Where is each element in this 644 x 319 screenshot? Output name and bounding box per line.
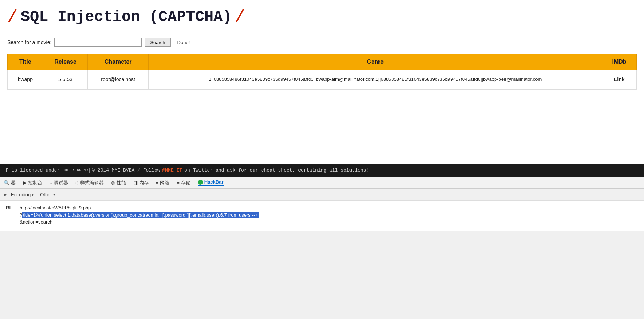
other-arrow-icon: ▾ — [53, 193, 55, 197]
network-icon: ≡ — [156, 180, 159, 185]
perf-label: 性能 — [117, 180, 126, 186]
devtool-memory[interactable]: ◨ 内存 — [133, 180, 149, 186]
page-title: / SQL Injection (CAPTCHA) / — [7, 7, 637, 27]
hackbar-label: HackBar — [204, 179, 224, 185]
style-icon: {} — [75, 180, 79, 185]
devtool-storage[interactable]: ≡ 存储 — [177, 180, 191, 186]
slash-right-icon: / — [235, 7, 246, 27]
title-text: SQL Injection (CAPTCHA) — [21, 8, 232, 26]
devtools-bar: 🔍 器 ▶ 控制台 ○ 调试器 {} 样式编辑器 ◎ 性能 ◨ 内存 ≡ 网络 … — [0, 177, 644, 189]
footer-copyright: © 2014 MME BVBA / Follow — [92, 168, 160, 173]
cell-character: root@localhost — [88, 70, 148, 90]
url-line3: &action=search — [20, 218, 259, 226]
devtool-debugger[interactable]: ○ 调试器 — [50, 180, 68, 186]
storage-label: 存储 — [181, 180, 191, 186]
col-genre: Genre — [148, 54, 602, 70]
done-text: Done! — [177, 40, 190, 45]
hackbar-toolbar: ▶ Encoding ▾ Other ▾ — [0, 189, 644, 201]
url-line2-highlight: title=1%'union select 1,database(),versi… — [22, 212, 258, 218]
footer-rest: on Twitter and ask for our cheat sheet, … — [184, 168, 369, 173]
perf-icon: ◎ — [111, 180, 115, 185]
twitter-link[interactable]: @MME_IT — [162, 168, 182, 173]
style-label: 样式编辑器 — [80, 180, 104, 186]
cell-imdb-link[interactable]: Link — [602, 70, 637, 90]
devtool-console[interactable]: ▶ 控制台 — [23, 180, 42, 186]
inspector-label: 器 — [11, 180, 16, 186]
search-row: Search for a movie: Search Done! — [7, 38, 637, 47]
search-button[interactable]: Search — [145, 38, 170, 47]
url-row-label: RL — [6, 204, 17, 210]
devtool-network[interactable]: ≡ 网络 — [156, 180, 170, 186]
col-title: Title — [8, 54, 43, 70]
cell-title: bwapp — [8, 70, 43, 90]
memory-icon: ◨ — [133, 180, 138, 185]
chevron-icon[interactable]: ▶ — [4, 192, 7, 197]
devtool-performance[interactable]: ◎ 性能 — [111, 180, 126, 186]
url-row: RL http://localhost/bWAPP/sqli_9.php ?ti… — [6, 204, 638, 226]
devtool-hackbar[interactable]: HackBar — [198, 179, 224, 186]
cc-badge: cc BY-NC-ND — [62, 168, 90, 173]
cell-release: 5.5.53 — [43, 70, 88, 90]
url-line1: http://localhost/bWAPP/sqli_9.php — [20, 204, 259, 212]
console-label: 控制台 — [28, 180, 42, 186]
hackbar-url-area: RL http://localhost/bWAPP/sqli_9.php ?ti… — [0, 201, 644, 231]
devtool-style-editor[interactable]: {} 样式编辑器 — [75, 180, 104, 186]
hackbar-panel: ▶ Encoding ▾ Other ▾ RL http://localhost… — [0, 189, 644, 231]
slash-left-icon: / — [7, 7, 18, 27]
table-row: bwapp 5.5.53 root@localhost 1||688585848… — [8, 70, 637, 90]
search-input[interactable] — [54, 38, 142, 47]
debugger-icon: ○ — [50, 180, 52, 185]
url-line2: ?title=1%'union select 1,database(),vers… — [20, 212, 259, 219]
footer-bar: P is licensed under cc BY-NC-ND © 2014 M… — [0, 164, 644, 177]
other-label: Other — [40, 192, 52, 197]
hackbar-dot-icon — [198, 180, 203, 185]
encoding-label: Encoding — [11, 192, 31, 197]
results-table: Title Release Character Genre IMDb bwapp… — [7, 54, 637, 90]
encoding-arrow-icon: ▾ — [32, 193, 34, 197]
search-label: Search for a movie: — [7, 39, 51, 45]
col-character: Character — [88, 54, 148, 70]
col-release: Release — [43, 54, 88, 70]
inspector-icon: 🔍 — [4, 180, 9, 185]
debugger-label: 调试器 — [54, 180, 68, 186]
console-icon: ▶ — [23, 180, 27, 185]
url-content: http://localhost/bWAPP/sqli_9.php ?title… — [20, 204, 259, 226]
encoding-dropdown[interactable]: Encoding ▾ — [9, 191, 36, 198]
storage-icon: ≡ — [177, 180, 180, 185]
devtool-inspector[interactable]: 🔍 器 — [4, 180, 16, 186]
table-header-row: Title Release Character Genre IMDb — [8, 54, 637, 70]
footer-prefix: P is licensed under — [6, 168, 60, 173]
memory-label: 内存 — [139, 180, 149, 186]
cell-genre: 1||6885858486f31043e5839c735d99457f045af… — [148, 70, 602, 90]
network-label: 网络 — [160, 180, 169, 186]
col-imdb: IMDb — [602, 54, 637, 70]
other-dropdown[interactable]: Other ▾ — [38, 191, 57, 198]
